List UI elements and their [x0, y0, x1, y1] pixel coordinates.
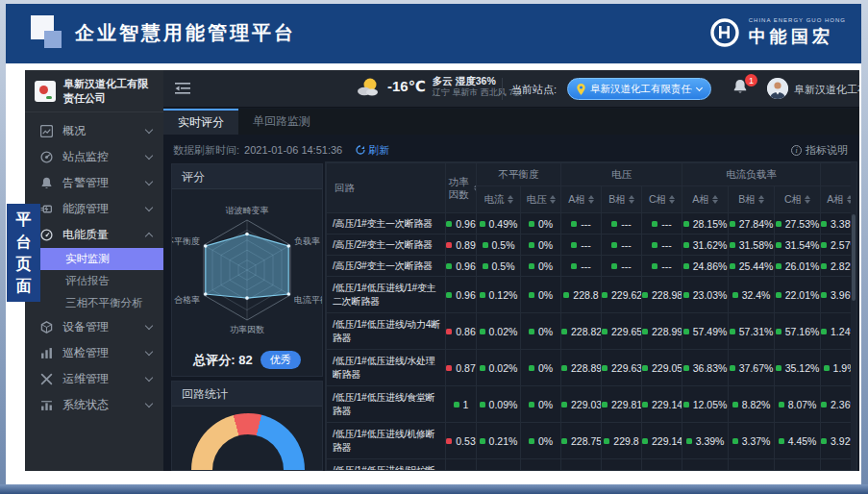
status-dot-icon [529, 438, 534, 444]
status-dot-icon [652, 221, 657, 227]
svg-text:谐波畸变率: 谐波畸变率 [226, 206, 269, 215]
indicator-help-link[interactable]: i 指标说明 [791, 143, 848, 158]
status-dot-icon [563, 292, 569, 298]
table-scrollbar[interactable] [851, 162, 856, 471]
circuit-name: /低压/1#低压进线/水处理断路器 [327, 350, 446, 386]
status-dot-icon [529, 221, 534, 227]
metric-cell: 31.54% [775, 235, 821, 256]
circuits-table: 回路功率因数不平衡度电压电流负载率电流电压A相B相C相A相B相C相A相 /高压/… [325, 161, 857, 471]
notifications-button[interactable]: 1 [732, 79, 752, 100]
col-sub[interactable]: B相 [602, 186, 642, 213]
status-dot-icon [483, 263, 488, 269]
sidebar-item[interactable]: 告警管理 [25, 170, 163, 196]
metric-cell: 0.49% [477, 213, 521, 235]
status-dot-icon [779, 438, 784, 444]
tab-realtime-score[interactable]: 实时评分 [163, 109, 238, 135]
sidebar-subitem[interactable]: 评估报告 [25, 270, 163, 292]
metric-cell: 229.14 [642, 423, 682, 459]
sidebar-item[interactable]: 站点监控 [25, 144, 163, 170]
col-sub[interactable]: 电流 [477, 186, 521, 213]
table-row: /低压/1#低压进线/食堂断路器10.09%0%229.03229.81229.… [327, 386, 858, 423]
metric-cell: 0% [521, 423, 561, 459]
col-power-factor[interactable]: 功率因数 [446, 163, 477, 213]
metric-cell: 228.99 [642, 313, 682, 350]
metric-cell: 12.05% [682, 386, 729, 423]
col-sub[interactable]: A相 [561, 186, 602, 213]
sidebar-item[interactable]: 运维管理 [25, 366, 163, 392]
platform-logo-icon [31, 15, 71, 52]
metric-cell: 228.89 [561, 350, 602, 386]
col-sub[interactable]: B相 [729, 186, 775, 213]
metric-cell: 0.5% [477, 256, 521, 277]
sort-icon[interactable] [805, 195, 810, 204]
platform-title: 企业智慧用能管理平台 [75, 20, 296, 46]
metric-cell: 229.15 [642, 459, 682, 472]
platform-page-tab: 平台页面 [7, 204, 40, 302]
status-dot-icon [730, 329, 735, 334]
brand-ring-icon [707, 15, 742, 50]
metric-cell: 31.62% [682, 235, 729, 256]
sidebar-subitem[interactable]: 三相不平衡分析 [25, 292, 163, 314]
sort-icon[interactable] [712, 195, 718, 204]
chevron-down-icon [145, 348, 153, 356]
sort-icon[interactable] [588, 195, 594, 204]
status-dot-icon [611, 242, 617, 248]
sidebar-item[interactable]: 电能质量 [25, 222, 163, 248]
sort-icon[interactable] [550, 195, 556, 204]
metric-cell: 25.96% [775, 459, 821, 472]
status-dot-icon [776, 263, 781, 269]
col-sub[interactable]: 电压 [521, 186, 561, 213]
status-dot-icon [821, 438, 827, 444]
company-name: 阜新汉道化工有限责任公司 [63, 77, 154, 106]
sidebar-collapse-icon[interactable] [175, 82, 191, 95]
col-sub[interactable]: A相 [682, 186, 729, 213]
frame-top [6, 0, 861, 4]
status-dot-icon [480, 438, 485, 444]
status-dot-icon [602, 292, 608, 298]
metric-cell: 229.05 [642, 350, 682, 386]
station-selector[interactable]: 阜新汉道化工有限责任公司 [567, 78, 711, 100]
score-rating-badge: 优秀 [260, 351, 301, 369]
status-dot-icon [642, 402, 648, 408]
status-dot-icon [732, 438, 738, 444]
status-dot-icon [483, 242, 488, 248]
status-dot-icon [824, 365, 830, 371]
status-dot-icon [683, 365, 689, 371]
metric-cell: 0.12% [477, 277, 521, 313]
sidebar-item[interactable]: 巡检管理 [25, 340, 163, 366]
refresh-icon [356, 145, 365, 155]
metric-cell: 228.82 [561, 313, 602, 350]
total-score: 总评分: 82 优秀 [172, 351, 322, 369]
status-dot-icon [602, 402, 608, 408]
col-sub[interactable]: C相 [642, 186, 682, 213]
user-avatar[interactable] [767, 78, 788, 99]
status-dot-icon [529, 402, 534, 408]
content-area: 数据刷新时间: 2021-01-06 14:51:36 刷新 i 指标说明 评分… [163, 135, 859, 471]
status-dot-icon [730, 365, 735, 371]
metric-cell: 229.63 [602, 350, 642, 386]
refresh-button[interactable]: 刷新 [356, 143, 389, 158]
sidebar-item[interactable]: 系统状态 [25, 392, 163, 418]
sidebar-subitem[interactable]: 实时监测 [25, 248, 163, 270]
metric-cell: 0% [521, 313, 561, 350]
sort-icon[interactable] [669, 195, 675, 204]
sidebar-item[interactable]: 概况 [25, 118, 163, 144]
col-circuit: 回路 [327, 163, 446, 213]
chevron-down-icon [145, 400, 153, 408]
location-pin-icon [577, 84, 585, 95]
sort-icon[interactable] [629, 195, 634, 204]
circuit-name: /高压/1#变主一次断路器 [327, 213, 446, 235]
table-row: /低压/1#低压进线/锅炉断路器0.870.06%0%228.81229.832… [327, 459, 858, 472]
tab-single-circuit[interactable]: 单回路监测 [238, 109, 325, 135]
metric-cell: --- [642, 213, 682, 235]
status-dot-icon [652, 242, 657, 248]
chevron-down-icon [145, 204, 153, 211]
main-area: -16℃ 多云 湿度36% 辽宁 阜新市 西北风 7级 当前站点: 阜新汉道化工… [163, 70, 859, 471]
brand-english: CHINA ENERGY GUO HONG [749, 17, 846, 23]
status-dot-icon [454, 402, 459, 408]
sidebar-item[interactable]: 设备管理 [25, 314, 163, 340]
sort-icon[interactable] [758, 195, 764, 204]
sort-icon[interactable] [508, 195, 513, 204]
sidebar-item[interactable]: 能源管理 [25, 196, 163, 222]
col-sub[interactable]: C相 [775, 186, 821, 213]
